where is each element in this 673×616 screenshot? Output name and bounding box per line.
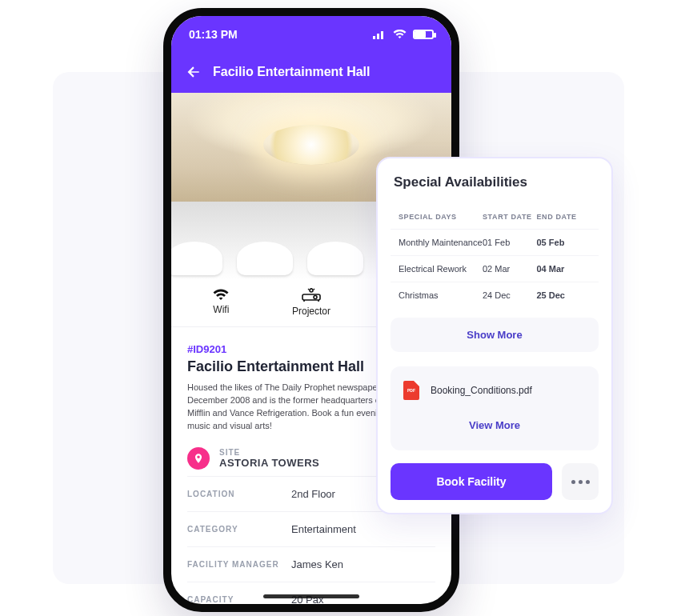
file-name: Booking_Conditions.pdf [431, 385, 532, 396]
more-actions-button[interactable] [562, 463, 599, 500]
amenity-label: Wifi [213, 304, 229, 315]
cell-end: 05 Feb [537, 238, 591, 247]
signal-icon [373, 30, 387, 39]
status-icons [373, 30, 434, 39]
svg-point-3 [310, 289, 313, 292]
special-title: Special Availabilities [391, 174, 599, 190]
svg-rect-0 [373, 36, 375, 39]
row-value: James Ken [291, 558, 343, 570]
row-label: CATEGORY [187, 525, 291, 534]
dot-icon [586, 480, 590, 484]
cell-start: 01 Feb [483, 238, 537, 247]
pdf-icon: PDF [403, 381, 419, 400]
amenity-wifi[interactable]: Wifi [185, 288, 257, 317]
col-special-days: SPECIAL DAYS [399, 213, 483, 221]
row-category: CATEGORY Entertainment [187, 511, 435, 546]
special-table: SPECIAL DAYS START DATE END DATE Monthly… [391, 205, 599, 308]
site-value: ASTORIA TOWERS [219, 457, 319, 469]
status-bar: 01:13 PM [171, 16, 451, 53]
row-label: LOCATION [187, 490, 291, 498]
back-icon[interactable] [186, 64, 202, 80]
col-end-date: END DATE [537, 213, 591, 221]
nav-header: Facilio Entertainment Hall [171, 53, 451, 93]
location-pin-icon [187, 447, 210, 470]
row-label: FACILITY MANAGER [187, 560, 291, 569]
row-value: 2nd Floor [291, 488, 335, 500]
svg-rect-2 [381, 31, 383, 39]
wifi-status-icon [393, 30, 407, 39]
attachments-box: PDF Booking_Conditions.pdf View More [391, 366, 599, 450]
file-row[interactable]: PDF Booking_Conditions.pdf [403, 381, 586, 400]
svg-point-5 [314, 296, 317, 299]
cell-name: Electrical Rework [399, 264, 483, 274]
amenity-projector[interactable]: Projector [275, 288, 347, 317]
svg-rect-1 [377, 34, 379, 39]
view-more-button[interactable]: View More [403, 408, 586, 442]
wifi-icon [213, 288, 229, 301]
projector-icon [302, 288, 321, 302]
page-title: Facilio Entertainment Hall [213, 65, 370, 79]
table-row: Monthly Maintenance 01 Feb 05 Feb [391, 229, 599, 255]
site-label: SITE [219, 448, 319, 457]
row-value: Entertainment [291, 523, 356, 535]
dot-icon [571, 480, 575, 484]
cell-start: 24 Dec [483, 290, 537, 300]
cta-row: Book Facility [391, 463, 599, 500]
table-row: Electrical Rework 02 Mar 04 Mar [391, 255, 599, 282]
cell-end: 25 Dec [537, 290, 591, 300]
table-row: Christmas 24 Dec 25 Dec [391, 282, 599, 308]
chandelier-graphic [263, 125, 359, 165]
special-availabilities-card: Special Availabilities SPECIAL DAYS STAR… [376, 157, 613, 514]
home-indicator[interactable] [263, 594, 359, 598]
col-start-date: START DATE [483, 213, 537, 221]
show-more-button[interactable]: Show More [391, 318, 599, 352]
amenity-label: Projector [292, 306, 330, 317]
row-manager: FACILITY MANAGER James Ken [187, 546, 435, 582]
cell-name: Christmas [399, 290, 483, 300]
status-time: 01:13 PM [189, 28, 238, 41]
book-facility-button[interactable]: Book Facility [391, 463, 552, 500]
cell-start: 02 Mar [483, 264, 537, 274]
cell-name: Monthly Maintenance [399, 238, 483, 247]
battery-icon [413, 30, 434, 39]
cell-end: 04 Mar [537, 264, 591, 274]
dot-icon [579, 480, 583, 484]
table-header: SPECIAL DAYS START DATE END DATE [391, 205, 599, 229]
